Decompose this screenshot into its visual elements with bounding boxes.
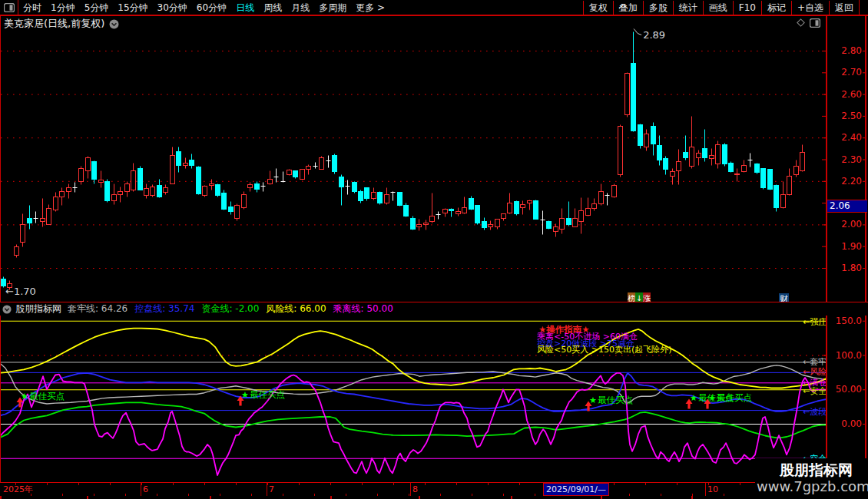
candle[interactable] [781, 182, 786, 209]
candle[interactable] [800, 145, 805, 172]
candle[interactable] [560, 209, 565, 234]
candle[interactable] [697, 150, 701, 166]
candle[interactable] [475, 206, 480, 225]
candle[interactable] [73, 183, 78, 193]
menu-tool-叠加[interactable]: 叠加 [613, 1, 643, 15]
candle[interactable] [281, 172, 286, 183]
candle[interactable] [203, 186, 207, 197]
candle[interactable] [638, 124, 643, 149]
indicator-series-风险线[interactable] [0, 329, 827, 388]
candle[interactable] [417, 220, 422, 231]
diamond-icon[interactable] [796, 18, 806, 28]
candle[interactable] [118, 187, 123, 203]
candle[interactable] [541, 211, 545, 235]
candle[interactable] [573, 209, 578, 227]
candle[interactable] [92, 161, 97, 184]
candle[interactable] [385, 188, 389, 205]
menu-tool-F10[interactable]: F10 [733, 1, 761, 15]
candle[interactable] [131, 164, 136, 192]
candle[interactable] [761, 169, 766, 190]
split-panel-icon[interactable] [0, 0, 18, 15]
candle[interactable] [333, 154, 337, 174]
candle[interactable] [229, 202, 234, 215]
candle[interactable] [424, 220, 429, 230]
candle[interactable] [112, 184, 117, 205]
candle[interactable] [28, 206, 32, 230]
candle[interactable] [592, 199, 597, 211]
menu-tool-复权[interactable]: 复权 [583, 1, 613, 15]
candle[interactable] [449, 209, 454, 217]
menu-tool-标记[interactable]: 标记 [761, 1, 791, 15]
menu-tool-+自选[interactable]: +自选 [791, 1, 829, 15]
candle[interactable] [157, 180, 162, 198]
chart-canvas[interactable]: 2.89←1.70榜↓涨财★操作指南★乘离<-50不进场 >60满仓控盘>20做… [0, 0, 868, 499]
candle[interactable] [521, 201, 525, 215]
chevron-down-circle-icon[interactable] [109, 19, 119, 29]
menu-period-1分钟[interactable]: 1分钟 [46, 2, 80, 13]
candle[interactable] [372, 188, 376, 200]
candle[interactable] [248, 183, 253, 192]
candle[interactable] [171, 147, 175, 184]
candle[interactable] [742, 160, 747, 173]
buy-point-marker[interactable]: ★最佳买点 [704, 392, 753, 409]
candle[interactable] [268, 171, 273, 185]
candle[interactable] [47, 205, 51, 225]
candle[interactable] [79, 167, 84, 185]
candle[interactable] [300, 170, 305, 180]
candle[interactable] [274, 169, 279, 183]
candle[interactable] [502, 214, 506, 221]
candle[interactable] [365, 188, 369, 201]
candle[interactable] [456, 208, 461, 216]
candle[interactable] [235, 204, 240, 221]
candle[interactable] [287, 170, 292, 176]
candle[interactable] [586, 198, 591, 216]
candle[interactable] [34, 212, 38, 223]
candle[interactable] [138, 167, 143, 190]
candle[interactable] [67, 184, 71, 199]
candle[interactable] [495, 220, 500, 230]
menu-period-日线[interactable]: 日线 [231, 2, 259, 13]
candle[interactable] [216, 184, 220, 197]
candle[interactable] [729, 162, 734, 173]
candle[interactable] [242, 192, 247, 210]
candle[interactable] [677, 150, 681, 185]
candle[interactable] [482, 218, 487, 230]
candle[interactable] [184, 158, 188, 169]
candle[interactable] [508, 193, 512, 214]
candle[interactable] [255, 182, 260, 193]
menu-period-分时[interactable]: 分时 [18, 2, 46, 13]
candle[interactable] [710, 149, 714, 166]
candle[interactable] [579, 198, 584, 234]
candle[interactable] [353, 182, 357, 193]
candle[interactable] [99, 171, 104, 188]
candle[interactable] [398, 193, 403, 207]
candle[interactable] [612, 184, 617, 198]
menu-tool-统计[interactable]: 统计 [673, 1, 703, 15]
candle[interactable] [684, 136, 688, 160]
candle[interactable] [177, 147, 181, 173]
candle[interactable] [768, 170, 773, 190]
candle[interactable] [658, 136, 662, 166]
candle[interactable] [618, 125, 623, 177]
candle[interactable] [222, 190, 227, 210]
menu-period-周线[interactable]: 周线 [259, 2, 287, 13]
candle[interactable] [313, 163, 318, 169]
candle[interactable] [306, 165, 311, 175]
menu-tool-多股[interactable]: 多股 [643, 1, 673, 15]
chevron-down-circle-icon[interactable] [2, 305, 12, 314]
candle[interactable] [716, 141, 721, 169]
menu-tool-返回[interactable]: 返回 [829, 1, 859, 15]
date-axis[interactable]: 2025年678102025/09/01/— [0, 482, 868, 497]
candle[interactable] [430, 193, 435, 223]
candle[interactable] [411, 216, 416, 230]
candle[interactable] [671, 169, 675, 185]
indicator-source-name[interactable]: 股朋指标网 [15, 302, 61, 316]
candle[interactable] [605, 193, 610, 206]
candle[interactable] [21, 214, 25, 247]
candle[interactable] [723, 144, 727, 167]
candle[interactable] [651, 123, 656, 156]
candle[interactable] [534, 200, 538, 220]
candle[interactable] [794, 160, 799, 177]
candle[interactable] [144, 184, 149, 199]
candle[interactable] [547, 221, 552, 230]
